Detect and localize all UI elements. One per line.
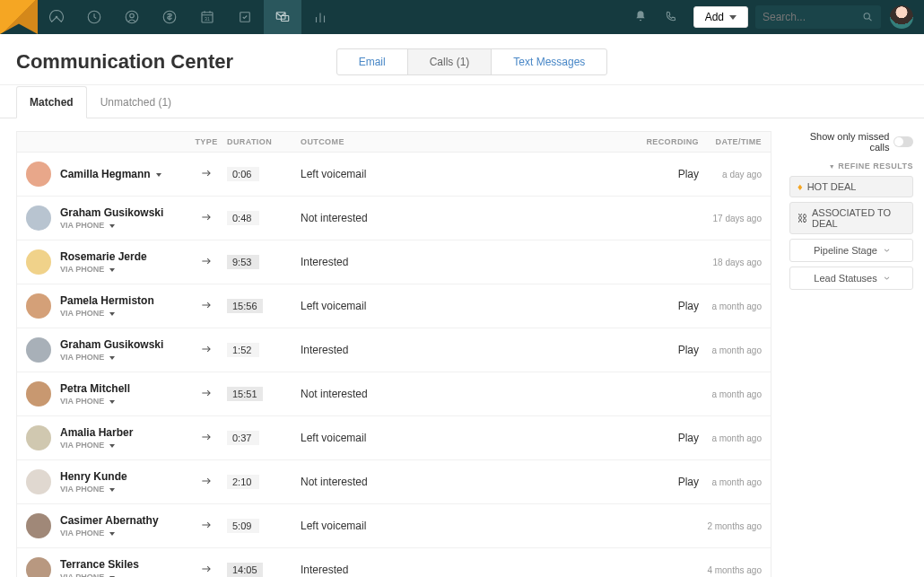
- logo-icon[interactable]: [0, 0, 38, 34]
- bell-icon[interactable]: [625, 10, 656, 25]
- avatar: [26, 293, 51, 319]
- via-phone-label: VIA PHONE: [60, 309, 186, 318]
- outgoing-arrow-icon: [186, 299, 227, 314]
- add-button[interactable]: Add: [693, 6, 748, 28]
- name-cell[interactable]: Petra MitchellVIA PHONE: [60, 382, 186, 406]
- table-row[interactable]: Camilla Hegmann 0:06Left voicemailPlaya …: [17, 153, 771, 197]
- outgoing-arrow-icon: [186, 167, 227, 182]
- tabs: MatchedUnmatched (1): [0, 85, 924, 118]
- duration-cell: 0:06: [227, 167, 301, 181]
- filter-label: ASSOCIATED TO DEAL: [812, 207, 905, 229]
- outgoing-arrow-icon: [186, 563, 227, 578]
- avatar: [26, 381, 51, 407]
- duration-cell: 5:09: [227, 519, 301, 533]
- via-phone-label: VIA PHONE: [60, 221, 186, 230]
- user-avatar[interactable]: [890, 5, 913, 29]
- name-cell[interactable]: Graham GusikowskiVIA PHONE: [60, 206, 186, 230]
- segment-control: EmailCalls (1)Text Messages: [336, 48, 608, 75]
- name-cell[interactable]: Amalia HarberVIA PHONE: [60, 426, 186, 450]
- add-label: Add: [705, 11, 724, 23]
- datetime-cell: a month ago: [699, 345, 771, 355]
- play-button[interactable]: Play: [634, 344, 699, 356]
- via-phone-label: VIA PHONE: [60, 441, 186, 450]
- calendar-icon[interactable]: 31: [188, 0, 226, 34]
- table-row[interactable]: Amalia HarberVIA PHONE 0:37Left voicemai…: [17, 416, 771, 460]
- datetime-cell: 2 months ago: [699, 521, 771, 531]
- segment-text-messages[interactable]: Text Messages: [492, 49, 606, 74]
- name-cell[interactable]: Camilla Hegmann: [60, 168, 186, 180]
- outgoing-arrow-icon: [186, 475, 227, 490]
- search-input[interactable]: [763, 11, 862, 23]
- via-phone-label: VIA PHONE: [60, 573, 186, 577]
- tab-unmatched-[interactable]: Unmatched (1): [87, 86, 185, 118]
- avatar: [26, 469, 51, 494]
- name-cell[interactable]: Terrance SkilesVIA PHONE: [60, 558, 186, 577]
- clock-icon[interactable]: [75, 0, 113, 34]
- reports-icon[interactable]: [301, 0, 339, 34]
- segment-calls-[interactable]: Calls (1): [408, 49, 493, 74]
- outgoing-arrow-icon: [186, 387, 227, 402]
- page-title: Communication Center: [16, 50, 233, 74]
- outcome-cell: Not interested: [301, 476, 634, 488]
- duration-cell: 15:51: [227, 387, 301, 401]
- datetime-cell: 17 days ago: [699, 214, 771, 223]
- money-icon[interactable]: [151, 0, 188, 34]
- name-cell[interactable]: Henry KundeVIA PHONE: [60, 470, 186, 494]
- top-nav: 31 Add: [0, 0, 924, 34]
- filter-hot-deal[interactable]: ♦HOT DEAL: [789, 176, 913, 197]
- dropdown-lead-statuses[interactable]: Lead Statuses: [789, 267, 913, 290]
- via-phone-label: VIA PHONE: [60, 265, 186, 274]
- table-row[interactable]: Graham GusikowskiVIA PHONE 1:52Intereste…: [17, 328, 771, 372]
- via-phone-label: VIA PHONE: [60, 353, 186, 362]
- outcome-cell: Not interested: [301, 212, 634, 224]
- dashboard-icon[interactable]: [38, 0, 75, 34]
- avatar: [26, 249, 51, 275]
- checkbox-icon[interactable]: [226, 0, 264, 34]
- contact-icon[interactable]: [113, 0, 151, 34]
- name-cell[interactable]: Rosemarie JerdeVIA PHONE: [60, 250, 186, 274]
- table-row[interactable]: Terrance SkilesVIA PHONE 14:05Interested…: [17, 548, 771, 577]
- play-button[interactable]: Play: [634, 476, 699, 488]
- avatar: [26, 513, 51, 538]
- name-cell[interactable]: Pamela HermistonVIA PHONE: [60, 294, 186, 318]
- outgoing-arrow-icon: [186, 255, 227, 270]
- phone-icon[interactable]: [656, 10, 686, 25]
- play-button[interactable]: Play: [634, 168, 699, 180]
- via-phone-label: VIA PHONE: [60, 485, 186, 494]
- name-cell[interactable]: Casimer AbernathyVIA PHONE: [60, 514, 186, 538]
- person-name: Pamela Hermiston: [60, 294, 186, 307]
- svg-point-3: [130, 13, 135, 18]
- name-cell[interactable]: Graham GusikowskiVIA PHONE: [60, 338, 186, 362]
- play-button[interactable]: Play: [634, 300, 699, 312]
- table-row[interactable]: Henry KundeVIA PHONE 2:10Not interestedP…: [17, 460, 771, 504]
- person-name: Graham Gusikowski: [60, 338, 186, 351]
- table-header: TYPE DURATION OUTCOME RECORDING DATE/TIM…: [17, 132, 771, 153]
- datetime-cell: a month ago: [699, 302, 771, 311]
- calls-table: TYPE DURATION OUTCOME RECORDING DATE/TIM…: [16, 131, 771, 577]
- outgoing-arrow-icon: [186, 211, 227, 226]
- col-outcome: OUTCOME: [301, 137, 634, 146]
- table-row[interactable]: Graham GusikowskiVIA PHONE 0:48Not inter…: [17, 197, 771, 240]
- refine-heading: REFINE RESULTS: [789, 162, 913, 170]
- table-row[interactable]: Casimer AbernathyVIA PHONE 5:09Left voic…: [17, 504, 771, 548]
- svg-text:31: 31: [205, 16, 210, 22]
- outcome-cell: Left voicemail: [301, 168, 634, 180]
- avatar: [26, 557, 51, 577]
- dropdown-pipeline-stage[interactable]: Pipeline Stage: [789, 239, 913, 262]
- datetime-cell: a month ago: [699, 477, 771, 487]
- filter-associated-to-deal[interactable]: ⛓ASSOCIATED TO DEAL: [789, 202, 913, 234]
- table-row[interactable]: Pamela HermistonVIA PHONE 15:56Left voic…: [17, 284, 771, 328]
- datetime-cell: 18 days ago: [699, 258, 771, 267]
- via-phone-label: VIA PHONE: [60, 529, 186, 538]
- missed-toggle[interactable]: [893, 136, 913, 147]
- search-field[interactable]: [755, 5, 881, 29]
- person-name: Rosemarie Jerde: [60, 250, 186, 263]
- table-row[interactable]: Petra MitchellVIA PHONE 15:51Not interes…: [17, 372, 771, 416]
- play-button[interactable]: Play: [634, 432, 699, 444]
- segment-email[interactable]: Email: [337, 49, 408, 74]
- link-icon: ⛓: [798, 213, 807, 223]
- tab-matched[interactable]: Matched: [16, 86, 87, 118]
- outcome-cell: Interested: [301, 564, 634, 576]
- table-row[interactable]: Rosemarie JerdeVIA PHONE 9:53Interested1…: [17, 240, 771, 284]
- messages-icon[interactable]: [264, 0, 301, 34]
